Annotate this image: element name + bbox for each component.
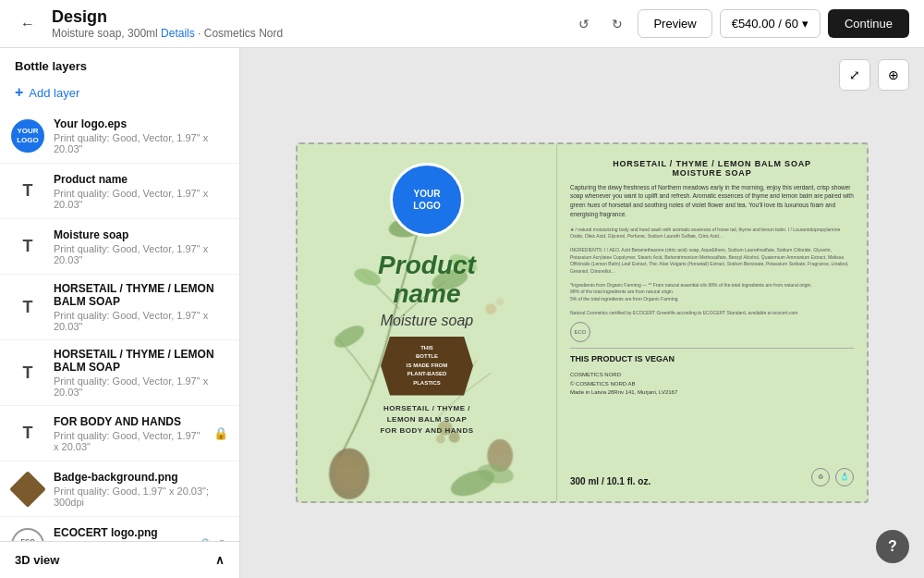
back-icon: ← <box>20 16 35 32</box>
label-right-title: HORSETAIL / THYME / LEMON BALM SOAPMOIST… <box>570 159 854 178</box>
layer-diamond-icon <box>11 473 44 506</box>
layer-name: Badge-background.png <box>54 471 228 484</box>
expand-icon: ⤢ <box>849 68 860 82</box>
layer-item[interactable]: T Product name Print quality: Good, Vect… <box>0 164 239 219</box>
layer-info: ECOCERT logo.png Print quality: Good, 1.… <box>54 526 188 542</box>
zoom-icon: ⊕ <box>888 68 899 82</box>
canvas-area: ⤢ ⊕ <box>240 48 924 578</box>
redo-button[interactable]: ↻ <box>604 11 630 37</box>
canvas-toolbar: ⤢ ⊕ <box>839 59 909 91</box>
layer-actions: 🔒 <box>213 426 228 440</box>
layer-info: FOR BODY AND HANDS Print quality: Good, … <box>54 415 204 452</box>
layer-meta: Print quality: Good, Vector, 1.97" x 20.… <box>54 375 228 398</box>
zoom-button[interactable]: ⊕ <box>878 59 909 91</box>
continue-button[interactable]: Continue <box>828 9 909 38</box>
layer-text-icon: T <box>11 175 44 208</box>
sidebar-section-title: Bottle layers <box>15 59 225 73</box>
layer-text-icon: T <box>11 230 44 264</box>
svg-point-11 <box>490 443 510 454</box>
layer-meta: Print quality: Good, Vector, 1.97" x 20.… <box>54 310 228 332</box>
3d-view-toggle[interactable]: 3D view ∧ <box>0 541 239 578</box>
layer-name: HORSETAIL / THYME / LEMON BALM SOAP <box>54 348 228 374</box>
layer-meta: Print quality: Good, Vector, 1.97" x 20.… <box>54 188 228 210</box>
label-product-name: Productname <box>316 252 538 309</box>
details-link[interactable]: Details <box>161 27 195 40</box>
label-brand: COSMETICS NORD © COSMETICS NORD AB Made … <box>570 371 854 398</box>
3d-view-label: 3D view <box>15 553 59 567</box>
layer-meta: Print quality: Good, Vector, 1.97" x 20.… <box>54 243 228 265</box>
add-layer-button[interactable]: + Add layer <box>15 80 79 105</box>
lock-icon: 🔒 <box>213 426 228 440</box>
layer-meta: Print quality: Good, 1.97" x 20.03"; 300… <box>54 486 228 508</box>
layer-info: Product name Print quality: Good, Vector… <box>54 173 228 210</box>
label-icons-row: ♻ 🧴 <box>811 468 854 486</box>
layer-text-icon: T <box>11 290 44 324</box>
layer-name: HORSETAIL / THYME / LEMON BALM SOAP <box>54 282 228 308</box>
label-product-sub: Moisture soap <box>316 313 538 329</box>
undo-button[interactable]: ↺ <box>571 11 597 37</box>
topbar-actions: ↺ ↻ Preview €540.00 / 60 ▾ Continue <box>571 9 909 38</box>
subtitle: Moisture soap, 300ml Details · Cosmetics… <box>52 27 560 40</box>
label-right: HORSETAIL / THYME / LEMON BALM SOAPMOIST… <box>556 144 867 501</box>
layer-text-icon: T <box>11 417 44 450</box>
product-label: YOURLOGO Productname Moisture soap THISB… <box>296 142 869 503</box>
layer-info: Badge-background.png Print quality: Good… <box>54 471 228 508</box>
preview-button[interactable]: Preview <box>638 9 711 38</box>
ecocert-badge: ECO <box>570 322 590 342</box>
layer-text-icon: T <box>11 356 44 389</box>
layer-item[interactable]: T Moisture soap Print quality: Good, Vec… <box>0 219 239 275</box>
layer-item[interactable]: T HORSETAIL / THYME / LEMON BALM SOAP Pr… <box>0 275 239 340</box>
layer-item[interactable]: T HORSETAIL / THYME / LEMON BALM SOAP Pr… <box>0 340 239 406</box>
layer-name: Your logo.eps <box>54 117 228 130</box>
help-button[interactable]: ? <box>876 530 909 563</box>
layer-info: Your logo.eps Print quality: Good, Vecto… <box>54 117 228 154</box>
label-bottom-text: HORSETAIL / THYME /LEMON BALM SOAPFOR BO… <box>316 403 538 437</box>
sidebar: Bottle layers + Add layer YOURLOGO Your … <box>0 48 240 578</box>
layer-item[interactable]: T FOR BODY AND HANDS Print quality: Good… <box>0 406 239 461</box>
layer-info: HORSETAIL / THYME / LEMON BALM SOAP Prin… <box>54 348 228 398</box>
label-vegan: THIS PRODUCT IS VEGAN <box>570 348 854 363</box>
layer-ecocert-icon: ECOCERT <box>11 528 44 542</box>
back-button[interactable]: ← <box>15 11 41 37</box>
label-right-desc: Capturing the dewy freshness of Northern… <box>570 183 854 219</box>
page-title: Design <box>52 7 560 27</box>
layers-list: YOURLOGO Your logo.eps Print quality: Go… <box>0 108 239 541</box>
layer-item[interactable]: YOURLOGO Your logo.eps Print quality: Go… <box>0 108 239 164</box>
undo-icon: ↺ <box>578 17 590 31</box>
layer-name: Product name <box>54 173 228 186</box>
recycling-icon: ♻ <box>811 468 830 486</box>
bottle-icon: 🧴 <box>835 468 854 486</box>
price-button[interactable]: €540.00 / 60 ▾ <box>720 9 821 38</box>
plus-icon: + <box>15 84 23 101</box>
price-chevron-icon: ▾ <box>802 17 808 31</box>
layer-name: ECOCERT logo.png <box>54 526 188 539</box>
layer-meta: Print quality: Good, Vector, 1.97" x 20.… <box>54 132 228 154</box>
label-text-group: Productname Moisture soap THISBOTTLEIS M… <box>316 252 538 437</box>
sidebar-header: Bottle layers + Add layer <box>0 48 239 108</box>
layer-item[interactable]: ECOCERT ECOCERT logo.png Print quality: … <box>0 517 239 541</box>
label-left: YOURLOGO Productname Moisture soap THISB… <box>298 144 556 501</box>
topbar: ← Design Moisture soap, 300ml Details · … <box>0 0 924 48</box>
title-group: Design Moisture soap, 300ml Details · Co… <box>52 7 560 40</box>
label-diamond-badge: THISBOTTLEIS MADE FROMPLANT-BASEDPLASTIC… <box>381 337 473 396</box>
layer-logo-icon: YOURLOGO <box>11 119 44 153</box>
main: Bottle layers + Add layer YOURLOGO Your … <box>0 48 924 578</box>
layer-meta: Print quality: Good, Vector, 1.97" x 20.… <box>54 430 204 452</box>
layer-item[interactable]: Badge-background.png Print quality: Good… <box>0 461 239 517</box>
label-volume: 300 ml / 10.1 fl. oz. <box>570 476 650 486</box>
svg-point-9 <box>336 475 362 490</box>
layer-info: Moisture soap Print quality: Good, Vecto… <box>54 228 228 265</box>
chevron-up-icon: ∧ <box>215 553 225 567</box>
label-logo: YOURLOGO <box>390 163 464 237</box>
layer-info: HORSETAIL / THYME / LEMON BALM SOAP Prin… <box>54 282 228 332</box>
expand-button[interactable]: ⤢ <box>839 59 870 91</box>
layer-name: FOR BODY AND HANDS <box>54 415 204 428</box>
label-container: YOURLOGO Productname Moisture soap THISB… <box>240 48 924 578</box>
price-label: €540.00 / 60 <box>732 17 798 31</box>
label-ingredients: ★ / natural moisturizing body and hand w… <box>570 227 854 317</box>
redo-icon: ↻ <box>612 17 623 31</box>
layer-name: Moisture soap <box>54 228 228 241</box>
